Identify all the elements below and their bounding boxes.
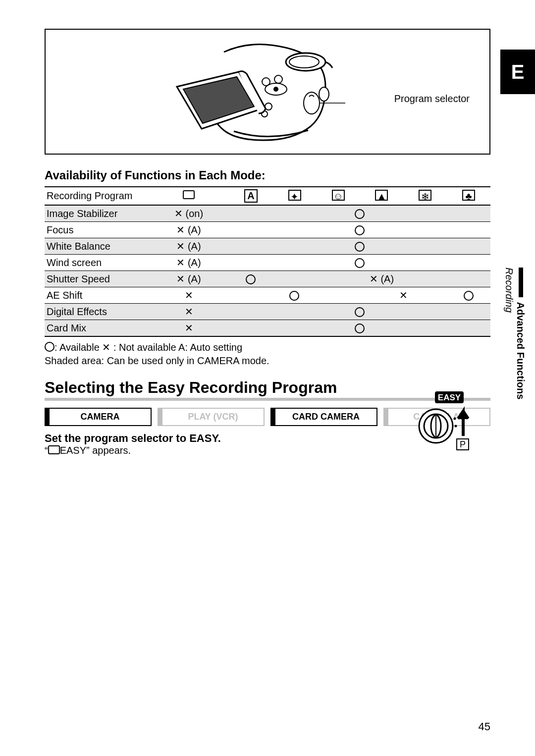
easy-badge: EASY bbox=[438, 393, 461, 402]
availability-heading: Availability of Functions in Each Mode: bbox=[45, 168, 490, 182]
table-legend: : Available ✕ : Not available A: Auto se… bbox=[45, 341, 490, 368]
side-section-label: Advanced Functions Recording bbox=[503, 268, 526, 399]
mode-camera: CAMERA bbox=[45, 408, 152, 426]
function-table: Recording Program A ✦ ☺ ▲ ❄ ♣ Image Stab… bbox=[45, 186, 490, 337]
row-focus: Focus ✕ (A) bbox=[45, 222, 490, 238]
svg-point-1 bbox=[289, 56, 319, 68]
row-card-mix: Card Mix ✕ bbox=[45, 320, 490, 337]
mode-icon-portrait: ☺ bbox=[317, 187, 360, 205]
mode-icon-low-light: ♣ bbox=[447, 187, 490, 205]
row-wind-screen: Wind screen ✕ (A) bbox=[45, 255, 490, 271]
header-label: Recording Program bbox=[45, 187, 149, 205]
page-number: 45 bbox=[479, 720, 490, 733]
svg-point-3 bbox=[274, 75, 282, 83]
svg-point-5 bbox=[273, 87, 278, 92]
mode-icon-auto: A bbox=[229, 187, 273, 205]
mode-icon-sports: ✦ bbox=[273, 187, 317, 205]
mode-icon-easy bbox=[149, 187, 229, 205]
camcorder-svg bbox=[160, 40, 348, 144]
svg-point-17 bbox=[454, 418, 456, 420]
svg-point-11 bbox=[319, 87, 329, 101]
mode-card-camera: CARD CAMERA bbox=[270, 408, 377, 426]
row-image-stabilizer: Image Stabilizer ✕ (on) bbox=[45, 205, 490, 222]
mode-play-vcr: PLAY (VCR) bbox=[158, 408, 265, 426]
row-white-balance: White Balance ✕ (A) bbox=[45, 238, 490, 255]
row-ae-shift: AE Shift ✕ ✕ bbox=[45, 287, 490, 304]
table-header-row: Recording Program A ✦ ☺ ▲ ❄ ♣ bbox=[45, 187, 490, 205]
row-shutter-speed: Shutter Speed ✕ (A) ✕ (A) bbox=[45, 271, 490, 287]
p-badge: P bbox=[460, 439, 466, 449]
easy-selector-diagram: EASY P bbox=[416, 391, 476, 453]
row-digital-effects: Digital Effects ✕ bbox=[45, 304, 490, 320]
svg-point-18 bbox=[455, 425, 457, 428]
mode-icon-spotlight: ▲ bbox=[360, 187, 404, 205]
easy-rect-icon bbox=[48, 445, 60, 454]
camcorder-illustration: Program selector bbox=[45, 29, 490, 155]
program-selector-label: Program selector bbox=[394, 93, 470, 105]
mode-icon-sand-snow: ❄ bbox=[403, 187, 447, 205]
